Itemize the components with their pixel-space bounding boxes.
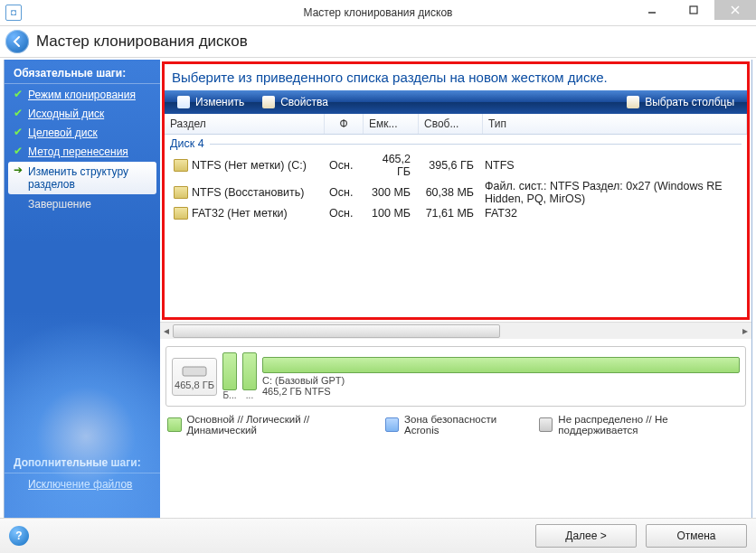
properties-icon xyxy=(262,96,275,108)
scroll-right-icon[interactable]: ▸ xyxy=(739,323,751,338)
sidebar-step-source-disk[interactable]: ✔ Исходный диск xyxy=(8,105,156,123)
cell-flag: Осн. xyxy=(324,159,362,172)
svg-rect-1 xyxy=(690,6,697,14)
cell-type: NTFS xyxy=(479,159,747,172)
sidebar-step-migration-method[interactable]: ✔ Метод перенесения xyxy=(8,143,156,161)
col-flag[interactable]: Ф xyxy=(325,114,364,134)
cancel-label: Отмена xyxy=(676,530,715,542)
cell-type: FAT32 xyxy=(479,207,747,220)
columns-icon xyxy=(627,96,639,108)
back-button[interactable] xyxy=(5,30,29,53)
legend-swatch-primary xyxy=(167,417,182,432)
cell-free: 395,6 ГБ xyxy=(416,159,479,172)
legend-unalloc-label: Не распределено // Не поддерживается xyxy=(558,414,744,436)
big-part-label-line2: 465,2 ГБ NTFS xyxy=(262,386,331,397)
sidebar-step-label: Исходный диск xyxy=(28,108,104,120)
next-button[interactable]: Далее > xyxy=(535,524,637,548)
page-title: Мастер клонирования дисков xyxy=(36,33,248,51)
minimize-button[interactable] xyxy=(631,0,673,20)
toolbar-props-button[interactable]: Свойства xyxy=(253,90,337,114)
check-icon: ✔ xyxy=(14,127,24,137)
footer: ? Далее > Отмена xyxy=(0,518,756,553)
sidebar-step-change-layout[interactable]: ➔ Изменить структуру разделов xyxy=(8,162,156,194)
cell-capacity: 465,2 ГБ xyxy=(362,153,416,178)
highlight-frame: Выберите из приведенного списка разделы … xyxy=(162,61,750,320)
arrow-right-icon: ➔ xyxy=(14,164,24,175)
instruction-text: Выберите из приведенного списка разделы … xyxy=(165,64,747,90)
help-icon: ? xyxy=(15,530,22,542)
toolbar-edit-button[interactable]: Изменить xyxy=(168,90,253,114)
cell-free: 60,38 МБ xyxy=(416,186,479,199)
col-type[interactable]: Тип xyxy=(483,114,747,134)
sidebar-additional-exclude-files[interactable]: Исключение файлов xyxy=(8,475,156,493)
partition-block-small[interactable] xyxy=(222,352,237,390)
cell-flag: Осн. xyxy=(324,207,362,220)
table-row[interactable]: NTFS (Нет метки) (C:) Осн. 465,2 ГБ 395,… xyxy=(165,152,747,179)
cancel-button[interactable]: Отмена xyxy=(646,524,747,548)
table-row[interactable]: NTFS (Восстановить) Осн. 300 МБ 60,38 МБ… xyxy=(165,179,747,206)
col-partition[interactable]: Раздел xyxy=(165,114,325,134)
legend-primary-label: Основной // Логический // Динамический xyxy=(187,414,376,436)
cell-free: 71,61 МБ xyxy=(416,207,479,220)
disk-total-size: 465,8 ГБ xyxy=(175,380,214,390)
sidebar-additional-title: Дополнительные шаги: xyxy=(5,449,160,473)
col-capacity[interactable]: Емк... xyxy=(364,114,419,134)
hdd-icon xyxy=(182,363,207,380)
partition-toolbar: Изменить Свойства Выбрать столбцы xyxy=(165,90,747,114)
legend-swatch-unallocated xyxy=(539,417,553,432)
cell-flag: Осн. xyxy=(324,186,362,199)
sidebar-step-label: Завершение xyxy=(28,198,91,211)
toolbar-choose-columns-button[interactable]: Выбрать столбцы xyxy=(618,90,743,114)
horizontal-scrollbar[interactable]: ◂ ▸ xyxy=(160,322,751,339)
sidebar: Обязательные шаги: ✔ Режим клонирования … xyxy=(5,60,160,518)
legend-acronis-label: Зона безопасности Acronis xyxy=(404,414,530,436)
close-button[interactable] xyxy=(714,0,756,20)
sidebar-step-label: Целевой диск xyxy=(28,127,98,139)
main-panel: Выберите из приведенного списка разделы … xyxy=(160,60,751,518)
maximize-button[interactable] xyxy=(673,0,714,20)
sidebar-step-label: Изменить структуру разделов xyxy=(28,165,128,191)
table-row[interactable]: FAT32 (Нет метки) Осн. 100 МБ 71,61 МБ F… xyxy=(165,206,747,220)
legend: Основной // Логический // Динамический З… xyxy=(167,414,744,436)
sidebar-step-finish: Завершение xyxy=(8,195,156,213)
check-icon: ✔ xyxy=(14,89,24,99)
partition-block-main[interactable]: C: (Базовый GPT) 465,2 ГБ NTFS xyxy=(262,357,740,397)
toolbar-choose-columns-label: Выбрать столбцы xyxy=(645,96,734,108)
titlebar: ◘ Мастер клонирования дисков xyxy=(0,0,756,26)
toolbar-props-label: Свойства xyxy=(280,96,328,108)
drive-icon xyxy=(174,207,188,220)
next-label: Далее > xyxy=(565,530,607,542)
mini-label: ... xyxy=(246,390,253,400)
help-button[interactable]: ? xyxy=(9,526,29,546)
check-icon: ✔ xyxy=(14,145,24,156)
legend-swatch-acronis xyxy=(385,417,400,432)
cell-partition: FAT32 (Нет метки) xyxy=(192,207,288,220)
sidebar-step-label: Метод перенесения xyxy=(28,145,128,158)
mini-label: Б... xyxy=(223,390,237,400)
sidebar-step-label: Режим клонирования xyxy=(28,89,136,101)
sidebar-additional-label: Исключение файлов xyxy=(28,478,132,491)
sidebar-required-title: Обязательные шаги: xyxy=(5,60,160,84)
drive-icon xyxy=(174,159,188,172)
scroll-thumb[interactable] xyxy=(173,324,500,338)
sidebar-step-target-disk[interactable]: ✔ Целевой диск xyxy=(8,124,156,142)
cell-capacity: 300 МБ xyxy=(362,186,416,199)
disk-icon[interactable]: 465,8 ГБ xyxy=(172,358,217,396)
partition-list: Диск 4 NTFS (Нет метки) (C:) Осн. 465,2 … xyxy=(165,135,747,317)
disk-map: 465,8 ГБ Б... ... C: (Базовый GPT) 465,2… xyxy=(165,346,746,407)
svg-rect-4 xyxy=(183,367,206,376)
sidebar-step-clone-mode[interactable]: ✔ Режим клонирования xyxy=(8,86,156,104)
scroll-left-icon[interactable]: ◂ xyxy=(160,323,173,338)
col-free[interactable]: Своб... xyxy=(419,114,483,134)
edit-icon xyxy=(177,96,190,108)
disk-group-label: Диск 4 xyxy=(170,137,204,150)
check-icon: ✔ xyxy=(14,108,24,118)
cell-type: Файл. сист.: NTFS Раздел: 0x27 (Windows … xyxy=(479,180,747,205)
partition-block-small[interactable] xyxy=(242,352,257,390)
cell-partition: NTFS (Восстановить) xyxy=(192,186,304,199)
big-part-label-line1: C: (Базовый GPT) xyxy=(262,375,345,386)
cell-capacity: 100 МБ xyxy=(362,207,416,220)
page-header: Мастер клонирования дисков xyxy=(0,26,756,58)
disk-group-header[interactable]: Диск 4 xyxy=(165,135,747,152)
drive-icon xyxy=(174,186,188,199)
